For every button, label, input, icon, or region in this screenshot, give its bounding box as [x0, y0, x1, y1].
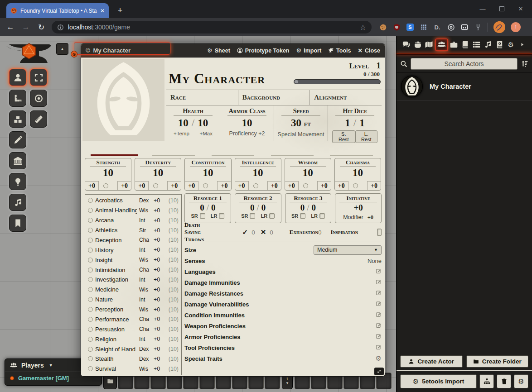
- create-folder-button[interactable]: Create Folder: [466, 355, 529, 368]
- resource-max[interactable]: 0: [211, 203, 216, 212]
- skill-name[interactable]: Nature: [95, 296, 137, 303]
- skill-name[interactable]: Insight: [95, 257, 137, 263]
- skill-proficiency-radio[interactable]: [88, 327, 93, 332]
- edit-icon[interactable]: [376, 289, 382, 297]
- short-rest-checkbox[interactable]: [300, 213, 305, 219]
- ability-score[interactable]: 10: [335, 167, 381, 179]
- skill-proficiency-radio[interactable]: [88, 297, 93, 302]
- save-proficiency-radio[interactable]: [303, 183, 308, 188]
- ability-box[interactable]: Constitution 10 +0 +0: [184, 158, 231, 191]
- subtool-select[interactable]: [30, 69, 47, 86]
- ublock-extension-icon[interactable]: [392, 23, 401, 31]
- new-tab-button[interactable]: +: [114, 5, 126, 17]
- sheet-tab[interactable]: [322, 144, 381, 156]
- ability-box[interactable]: Wisdom 10 +0 +0: [285, 158, 331, 191]
- tuning-fork-extension-icon[interactable]: [474, 23, 482, 31]
- special-movement-label[interactable]: Special Movement: [274, 131, 328, 138]
- save-proficiency-radio[interactable]: [203, 183, 208, 188]
- ability-modifier[interactable]: +0: [85, 181, 99, 190]
- skill-name[interactable]: Athletics: [95, 227, 137, 234]
- skill-name[interactable]: Intimidation: [95, 267, 137, 273]
- sheet-window-header[interactable]: © My Character ⚙Sheet Prototype Token ⚙I…: [81, 44, 385, 57]
- ability-box[interactable]: Intelligence 10 +0 +0: [235, 158, 281, 191]
- skill-proficiency-radio[interactable]: [88, 317, 93, 322]
- skill-name[interactable]: Perception: [95, 306, 137, 313]
- exhaustion-value[interactable]: 0: [318, 229, 322, 236]
- alignment-field[interactable]: Alignment: [310, 90, 382, 105]
- import-button[interactable]: ⚙Import: [296, 47, 322, 54]
- sheet-tab[interactable]: [85, 144, 144, 156]
- edit-icon[interactable]: [376, 322, 382, 330]
- hit-dice-stat[interactable]: Hit Dice 1/1 S. Rest L. Rest: [328, 105, 382, 141]
- skill-row[interactable]: Persuasion Cha +0 (10): [85, 326, 181, 333]
- window-close-button[interactable]: ✕: [511, 0, 530, 17]
- skill-row[interactable]: Arcana Int +0 (10): [85, 217, 181, 224]
- ability-box[interactable]: Dexterity 10 +0 +0: [135, 158, 181, 191]
- race-field[interactable]: Race: [166, 90, 238, 105]
- skill-proficiency-radio[interactable]: [88, 218, 93, 223]
- site-info-icon[interactable]: [57, 24, 64, 31]
- tool-drawings[interactable]: [9, 131, 26, 148]
- death-fail-count[interactable]: 0: [270, 229, 273, 236]
- short-rest-checkbox[interactable]: [250, 213, 255, 219]
- edit-icon[interactable]: [376, 300, 382, 308]
- ability-modifier[interactable]: +0: [185, 181, 198, 190]
- ability-score[interactable]: 10: [235, 167, 281, 179]
- lens-extension-icon[interactable]: [447, 23, 455, 31]
- skill-proficiency-radio[interactable]: [88, 356, 93, 361]
- delete-button[interactable]: [497, 374, 511, 388]
- window-minimize-button[interactable]: —: [473, 0, 492, 17]
- back-button[interactable]: ←: [4, 23, 17, 32]
- sidebar-tab-playlists[interactable]: [482, 39, 493, 51]
- sidebar-tab-combat[interactable]: [412, 39, 423, 51]
- resource-max[interactable]: 0: [261, 203, 266, 212]
- skill-row[interactable]: Performance Cha +0 (10): [85, 316, 181, 323]
- folder-tree-button[interactable]: [479, 374, 494, 388]
- skill-name[interactable]: Persuasion: [95, 326, 137, 333]
- resource-current[interactable]: 0: [300, 203, 305, 212]
- skill-proficiency-radio[interactable]: [88, 268, 93, 272]
- profile-avatar[interactable]: [493, 21, 505, 33]
- skill-row[interactable]: Deception Cha +0 (10): [85, 237, 181, 244]
- skill-row[interactable]: Athletics Str +0 (10): [85, 227, 181, 234]
- death-fail-icon[interactable]: ✕: [261, 228, 266, 236]
- size-select[interactable]: Medium▼: [314, 245, 382, 255]
- sidebar-tab-tables[interactable]: [471, 39, 482, 51]
- ability-box[interactable]: Charisma 10 +0 +0: [334, 158, 381, 191]
- skill-proficiency-radio[interactable]: [88, 307, 93, 312]
- skill-row[interactable]: Investigation Int +0 (10): [85, 276, 181, 283]
- search-actors-input[interactable]: [411, 58, 517, 70]
- ability-score[interactable]: 10: [285, 167, 331, 179]
- sidebar-tab-scenes[interactable]: [423, 39, 435, 51]
- resource-label[interactable]: Resource 3: [290, 195, 327, 202]
- bookmark-star-icon[interactable]: ☆: [360, 23, 366, 32]
- skill-proficiency-radio[interactable]: [88, 228, 93, 233]
- skill-name[interactable]: Medicine: [95, 286, 137, 293]
- resource-box[interactable]: Resource 2 0/0 SR LR: [235, 193, 281, 223]
- skill-name[interactable]: Religion: [95, 336, 137, 343]
- edit-icon[interactable]: [376, 344, 382, 352]
- skill-row[interactable]: Intimidation Cha +0 (10): [85, 267, 181, 273]
- resource-box[interactable]: Resource 3 0/0 SR LR: [285, 193, 332, 223]
- hp-tempmax-label[interactable]: +Max: [200, 131, 213, 136]
- frame-extension-icon[interactable]: [460, 23, 469, 31]
- sidebar-tab-items[interactable]: [448, 39, 459, 51]
- browser-tab[interactable]: Foundry Virtual Tabletop • A Stan ✕: [6, 3, 109, 18]
- skill-name[interactable]: Sleight of Hand: [95, 346, 137, 353]
- xp-text[interactable]: 0 / 300: [294, 71, 380, 78]
- sort-icon[interactable]: [521, 60, 528, 67]
- tab-close-icon[interactable]: ✕: [100, 8, 105, 14]
- skill-name[interactable]: Acrobatics: [95, 197, 137, 204]
- skill-row[interactable]: Survival Wis +0 (10): [85, 365, 181, 372]
- save-proficiency-radio[interactable]: [103, 183, 108, 188]
- skill-name[interactable]: Animal Handling: [95, 207, 137, 214]
- sidebar-collapse-button[interactable]: [517, 39, 528, 51]
- sidebar-tab-settings[interactable]: ⚙: [505, 39, 517, 51]
- settings-button[interactable]: ⚙: [514, 374, 528, 388]
- skill-row[interactable]: Nature Int +0 (10): [85, 296, 181, 303]
- save-proficiency-radio[interactable]: [353, 183, 358, 188]
- skill-row[interactable]: Acrobatics Dex +0 (10): [85, 197, 181, 204]
- edit-icon[interactable]: [376, 333, 382, 341]
- sidebar-tab-actors[interactable]: [435, 38, 448, 51]
- subtool-ruler[interactable]: [30, 110, 47, 128]
